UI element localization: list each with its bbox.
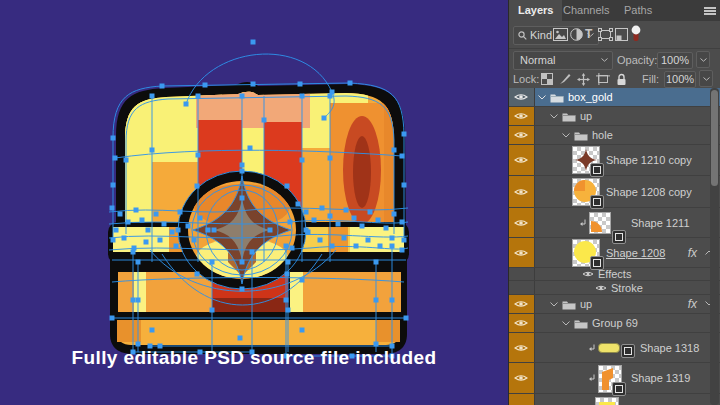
visibility-cell[interactable]: [509, 314, 535, 332]
fill-value[interactable]: 100%: [664, 71, 696, 88]
layer-name: hole: [592, 129, 613, 141]
eye-icon[interactable]: [514, 248, 528, 258]
document-canvas[interactable]: Fully editable PSD source file included: [0, 0, 508, 405]
chevron-down-icon: [700, 58, 707, 62]
eye-icon[interactable]: [514, 343, 528, 353]
visibility-cell[interactable]: [509, 363, 535, 393]
visibility-cell: [509, 268, 535, 280]
expand-chevron-icon[interactable]: [550, 302, 558, 307]
adjustment-layer-filter-icon[interactable]: [570, 28, 583, 41]
layer-name: up: [580, 298, 592, 310]
visibility-cell[interactable]: [509, 208, 535, 237]
eye-icon[interactable]: [514, 187, 528, 197]
lock-label: Lock:: [513, 73, 539, 85]
vector-mask-badge: [590, 195, 604, 209]
visibility-cell: [509, 281, 535, 294]
layer-thumbnail[interactable]: [595, 397, 619, 405]
vector-mask-badge: [621, 344, 635, 358]
group-folder-icon: [574, 318, 588, 329]
layer-row-up[interactable]: up: [509, 107, 720, 126]
fill-dropdown[interactable]: [699, 70, 713, 87]
eye-icon[interactable]: [582, 270, 594, 278]
clipping-mask-arrow-icon: [588, 344, 596, 352]
layer-row-group-69[interactable]: Group 69: [509, 314, 720, 333]
opacity-value[interactable]: 100%: [657, 52, 693, 69]
tab-channels[interactable]: Channels: [554, 0, 618, 21]
layer-row-hole[interactable]: hole: [509, 126, 720, 145]
eye-icon[interactable]: [514, 111, 528, 121]
visibility-cell[interactable]: [509, 295, 535, 313]
effects-row[interactable]: Effects: [509, 268, 720, 281]
stroke-effect-row[interactable]: Stroke: [509, 281, 720, 295]
blend-bar: Normal Opacity: 100%: [509, 48, 720, 71]
smart-object-filter-icon[interactable]: [615, 28, 628, 41]
layer-thumbnail[interactable]: [572, 239, 600, 267]
expand-chevron-icon[interactable]: [550, 114, 558, 119]
expand-chevron-icon[interactable]: [562, 133, 570, 138]
fx-indicator[interactable]: fx: [688, 297, 697, 311]
search-icon: [518, 31, 527, 40]
layer-name: Shape 1210 copy: [606, 154, 692, 166]
vector-mask-badge: [590, 163, 604, 177]
pixel-layer-filter-icon[interactable]: [553, 28, 568, 41]
lock-transparency-icon[interactable]: [541, 73, 553, 85]
type-layer-filter-icon[interactable]: T: [585, 27, 592, 41]
visibility-cell[interactable]: [509, 145, 535, 175]
visibility-cell[interactable]: [509, 176, 535, 207]
fx-indicator[interactable]: fx: [688, 246, 697, 260]
layer-name: Shape 1208: [606, 247, 665, 259]
layer-row-shape-1319[interactable]: Shape 1319: [509, 363, 720, 394]
eye-icon[interactable]: [595, 284, 607, 292]
clipping-mask-arrow-icon: [579, 219, 587, 227]
lock-position-move-icon[interactable]: [577, 73, 590, 86]
eye-icon[interactable]: [514, 373, 528, 383]
filter-toggle-switch[interactable]: [631, 25, 641, 43]
expand-chevron-icon[interactable]: [538, 95, 546, 100]
scrollbar-thumb[interactable]: [711, 90, 718, 186]
visibility-cell[interactable]: [509, 107, 535, 125]
yellow-thumb-sliver: [596, 399, 618, 405]
eye-icon[interactable]: [514, 92, 528, 102]
visibility-cell[interactable]: [509, 88, 535, 106]
layer-name: Shape 1208 copy: [606, 186, 692, 198]
visibility-cell[interactable]: [509, 126, 535, 144]
visibility-cell[interactable]: [509, 238, 535, 267]
opacity-dropdown[interactable]: [696, 51, 710, 68]
layer-row-shape-1318[interactable]: Shape 1318: [509, 333, 720, 363]
eye-icon[interactable]: [514, 155, 528, 165]
visibility-cell[interactable]: [509, 394, 535, 405]
layer-name: Group 69: [592, 317, 638, 329]
yellow-bar-thumb[interactable]: [598, 343, 620, 353]
layer-row-up-2[interactable]: up fx: [509, 295, 720, 314]
layer-name: box_gold: [568, 91, 613, 103]
opacity-label: Opacity:: [617, 54, 657, 66]
expand-chevron-icon[interactable]: [562, 321, 570, 326]
layer-thumbnail[interactable]: [572, 146, 600, 174]
blend-mode-select[interactable]: Normal: [513, 51, 613, 70]
lock-artboard-icon[interactable]: [596, 73, 610, 85]
layer-thumbnail[interactable]: [572, 178, 600, 206]
layer-row-shape-1210-copy[interactable]: Shape 1210 copy: [509, 145, 720, 176]
eye-icon[interactable]: [514, 130, 528, 140]
eye-icon[interactable]: [514, 299, 528, 309]
lock-all-padlock-icon[interactable]: [616, 73, 627, 86]
visibility-cell[interactable]: [509, 333, 535, 362]
blend-mode-value: Normal: [520, 54, 555, 66]
layer-row-shape-1208[interactable]: Shape 1208 fx: [509, 238, 720, 268]
panel-menu-icon[interactable]: [704, 7, 716, 15]
eye-icon[interactable]: [514, 318, 528, 328]
layer-row-partial[interactable]: [509, 394, 720, 405]
filter-bar: Kind T: [509, 21, 720, 49]
eye-icon[interactable]: [514, 218, 528, 228]
tab-paths[interactable]: Paths: [615, 0, 661, 21]
layer-row-shape-1211[interactable]: Shape 1211: [509, 208, 720, 238]
layer-thumbnail[interactable]: [598, 365, 622, 393]
lock-pixels-brush-icon[interactable]: [559, 73, 571, 85]
group-folder-icon: [562, 299, 576, 310]
layer-row-shape-1208-copy[interactable]: Shape 1208 copy: [509, 176, 720, 208]
layer-row-box-gold[interactable]: box_gold: [509, 88, 720, 107]
shape-layer-filter-icon[interactable]: [598, 28, 613, 41]
layer-thumbnail[interactable]: [589, 212, 611, 234]
chevron-down-icon: [601, 58, 608, 62]
group-folder-icon: [574, 130, 588, 141]
